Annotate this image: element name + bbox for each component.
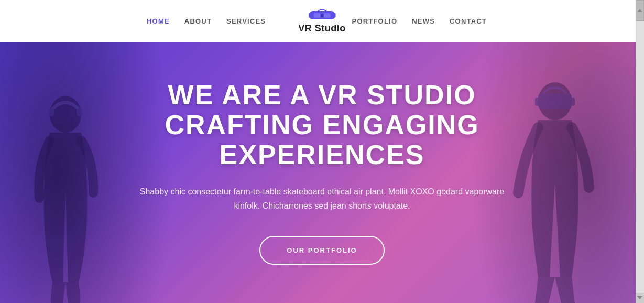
- scrollbar[interactable]: [636, 0, 644, 303]
- nav-home[interactable]: HOME: [147, 17, 170, 25]
- nav-portfolio[interactable]: PORTFOLIO: [352, 17, 398, 25]
- nav-news[interactable]: NEWS: [412, 17, 435, 25]
- site-header: HOME ABOUT SERVICES VR Studio PORTFOLIO …: [0, 0, 644, 42]
- nav-about[interactable]: ABOUT: [184, 17, 212, 25]
- hero-section: WE ARE A VR STUDIO CRAFTING ENGAGING EXP…: [0, 42, 644, 303]
- logo-text: VR Studio: [298, 23, 346, 34]
- nav-services[interactable]: SERVICES: [226, 17, 266, 25]
- site-logo[interactable]: VR Studio: [298, 8, 346, 34]
- nav-contact[interactable]: CONTACT: [450, 17, 487, 25]
- scroll-down-arrow: [637, 296, 642, 299]
- svg-rect-5: [321, 14, 324, 17]
- svg-rect-4: [324, 13, 331, 18]
- nav-left: HOME ABOUT SERVICES: [147, 17, 266, 25]
- svg-rect-3: [314, 13, 321, 18]
- svg-rect-2: [333, 13, 336, 18]
- vr-headset-icon: [309, 8, 336, 22]
- hero-title: WE ARE A VR STUDIO CRAFTING ENGAGING EXP…: [139, 80, 506, 170]
- hero-content: WE ARE A VR STUDIO CRAFTING ENGAGING EXP…: [118, 80, 527, 265]
- svg-rect-1: [309, 13, 312, 18]
- hero-subtitle: Shabby chic consectetur farm-to-table sk…: [139, 185, 506, 213]
- scrollbar-thumb[interactable]: [636, 0, 644, 21]
- scroll-down-button[interactable]: [636, 293, 644, 303]
- portfolio-button[interactable]: OUR PORTFOLIO: [259, 236, 384, 265]
- scroll-up-arrow[interactable]: [637, 9, 642, 12]
- nav-right: PORTFOLIO NEWS CONTACT: [352, 17, 487, 25]
